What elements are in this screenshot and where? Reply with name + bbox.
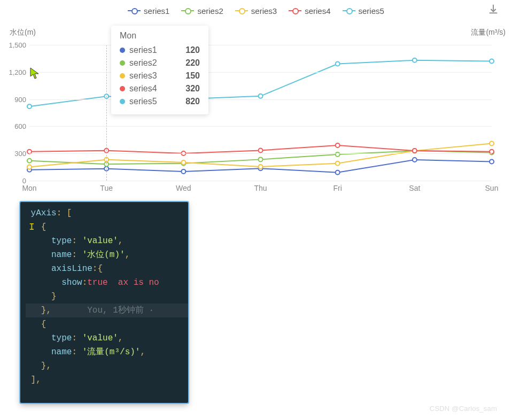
legend-swatch-icon <box>128 7 141 14</box>
code-line[interactable]: type: 'value', <box>26 234 188 248</box>
series-marker <box>259 157 263 161</box>
series-marker <box>181 169 185 174</box>
legend-label: series3 <box>251 6 277 15</box>
tooltip-dot-icon <box>120 86 125 91</box>
tooltip-series-name: series2 <box>129 57 176 69</box>
legend-item-series2[interactable]: series2 <box>181 6 223 15</box>
legend-item-series4[interactable]: series4 <box>289 6 330 15</box>
legend-label: series4 <box>305 6 330 15</box>
tooltip-row: series4320 <box>120 82 200 95</box>
y-axis-title-left: 水位(m) <box>10 28 36 37</box>
download-icon[interactable] <box>487 3 499 15</box>
code-line[interactable]: }, <box>26 359 188 373</box>
code-token: : <box>82 278 88 287</box>
code-line[interactable]: { <box>26 317 188 331</box>
series-marker <box>336 152 340 157</box>
tooltip-series-name: series4 <box>129 82 176 95</box>
code-token: :{ <box>92 264 103 274</box>
legend-item-series5[interactable]: series5 <box>343 6 384 15</box>
chart-container: series1series2series3series4series5 水位(m… <box>0 0 512 199</box>
code-token: type <box>51 236 72 246</box>
crosshair-line <box>106 45 107 181</box>
gridline <box>29 153 492 154</box>
plot-area[interactable]: 03006009001,2001,500MonTueWedThuFriSatSu… <box>29 45 492 181</box>
legend-label: series5 <box>359 6 384 15</box>
x-tick-label: Sun <box>476 181 508 192</box>
watermark-text: CSDN @Carlos_sam <box>430 405 497 413</box>
code-token: }, <box>26 306 51 315</box>
series-marker <box>490 59 494 63</box>
code-line[interactable]: show:true ax is no <box>26 276 188 290</box>
code-token <box>26 208 31 218</box>
code-token <box>51 306 87 315</box>
code-editor-panel[interactable]: I yAxis: [ { type: 'value', name: '水位(m)… <box>20 202 188 403</box>
chart-tooltip: Mon series1120series2220series3150series… <box>111 26 208 114</box>
tooltip-title: Mon <box>120 31 200 41</box>
series-marker <box>27 165 32 169</box>
code-line[interactable]: name: '水位(m)', <box>26 248 188 262</box>
code-line[interactable]: axisLine:{ <box>26 262 188 276</box>
series-marker <box>413 149 417 153</box>
tooltip-row: series2220 <box>120 57 200 69</box>
tooltip-row: series5820 <box>120 95 200 108</box>
code-line[interactable]: }, You, 1秒钟前 · <box>26 304 188 317</box>
code-token: true <box>87 278 107 287</box>
tooltip-series-value: 120 <box>181 44 200 57</box>
code-token: type <box>51 333 72 343</box>
code-line[interactable]: name: '流量(m³/s)', <box>26 345 188 359</box>
code-token: '流量(m³/s)' <box>82 347 141 357</box>
series-marker <box>259 94 263 98</box>
code-line[interactable]: yAxis: [ <box>26 206 188 220</box>
code-token: , <box>118 333 123 343</box>
code-line[interactable]: type: 'value', <box>26 331 188 345</box>
code-line[interactable]: } <box>26 290 188 304</box>
code-token: ], <box>26 375 41 385</box>
x-tick-label: Fri <box>322 181 354 192</box>
series-marker <box>259 165 263 169</box>
code-token: } <box>26 292 57 301</box>
tooltip-series-value: 220 <box>181 57 200 69</box>
series-marker <box>490 142 494 146</box>
x-tick-label: Wed <box>167 181 199 192</box>
series-marker <box>181 160 185 165</box>
legend-item-series1[interactable]: series1 <box>128 6 169 15</box>
tooltip-row: series3150 <box>120 69 200 82</box>
text-caret-icon: I <box>29 220 35 234</box>
tooltip-series-name: series5 <box>129 95 176 108</box>
code-token <box>26 236 51 246</box>
tooltip-series-value: 150 <box>181 69 200 82</box>
code-token <box>26 347 51 357</box>
legend-swatch-icon <box>181 7 194 14</box>
code-token <box>26 278 61 287</box>
series-marker <box>336 143 340 147</box>
x-tick-label: Mon <box>13 181 45 192</box>
y-tick-label: 900 <box>0 95 29 103</box>
y-axis-title-right: 流量(m³/s) <box>471 28 506 37</box>
code-token: }, <box>26 361 51 371</box>
code-token: ax is no <box>118 278 159 287</box>
cursor-arrow-icon <box>30 67 40 79</box>
code-token <box>26 264 51 274</box>
legend-label: series1 <box>144 6 169 15</box>
code-token <box>26 333 51 343</box>
code-token: name <box>51 347 72 357</box>
code-line[interactable]: { <box>26 220 188 234</box>
series-marker <box>259 148 263 152</box>
code-token: show <box>61 278 82 287</box>
series-marker <box>27 159 32 163</box>
x-tick-label: Tue <box>90 181 122 192</box>
series-marker <box>336 62 340 66</box>
tooltip-dot-icon <box>120 99 125 104</box>
code-token: '水位(m)' <box>82 250 125 260</box>
code-token: { <box>26 320 46 329</box>
legend-item-series3[interactable]: series3 <box>235 6 277 15</box>
code-line[interactable]: ], <box>26 373 188 387</box>
series-marker <box>413 58 417 63</box>
legend-swatch-icon <box>235 7 248 14</box>
code-token: : <box>72 236 82 246</box>
code-token: You, 1秒钟前 · <box>87 306 159 315</box>
y-tick-label: 600 <box>0 122 29 130</box>
code-token: yAxis <box>31 208 57 218</box>
chart-legend: series1series2series3series4series5 <box>0 3 512 18</box>
legend-swatch-icon <box>343 7 355 14</box>
